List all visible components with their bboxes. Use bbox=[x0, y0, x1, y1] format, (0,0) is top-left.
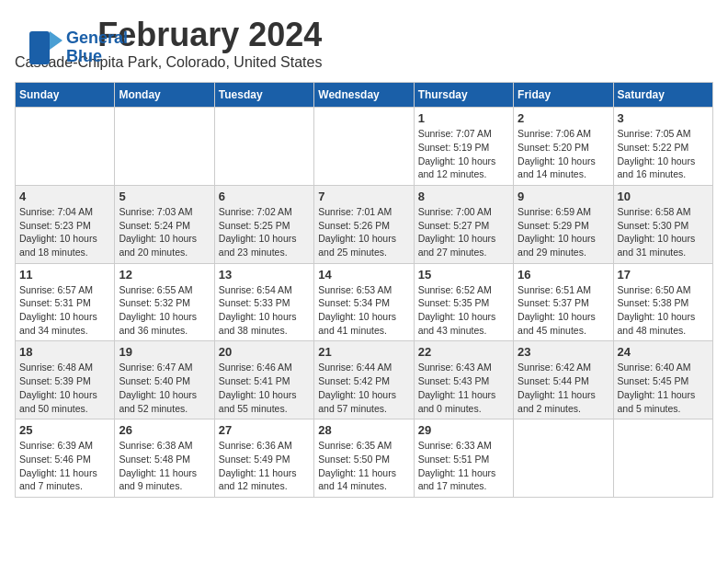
day-number: 17 bbox=[618, 268, 709, 282]
calendar-cell: 13Sunrise: 6:54 AMSunset: 5:33 PMDayligh… bbox=[214, 263, 313, 341]
day-detail: Sunrise: 6:57 AMSunset: 5:31 PMDaylight:… bbox=[19, 283, 110, 338]
calendar-week-row: 25Sunrise: 6:39 AMSunset: 5:46 PMDayligh… bbox=[16, 419, 713, 498]
weekday-header: Sunday bbox=[16, 83, 115, 108]
weekday-header: Friday bbox=[514, 83, 613, 108]
day-number: 13 bbox=[219, 268, 310, 282]
weekday-header-row: SundayMondayTuesdayWednesdayThursdayFrid… bbox=[16, 83, 713, 108]
calendar-cell: 19Sunrise: 6:47 AMSunset: 5:40 PMDayligh… bbox=[115, 341, 214, 419]
calendar-cell: 12Sunrise: 6:55 AMSunset: 5:32 PMDayligh… bbox=[115, 263, 214, 341]
day-detail: Sunrise: 6:51 AMSunset: 5:37 PMDaylight:… bbox=[518, 283, 609, 338]
day-detail: Sunrise: 7:04 AMSunset: 5:23 PMDaylight:… bbox=[19, 205, 110, 259]
day-detail: Sunrise: 7:03 AMSunset: 5:24 PMDaylight:… bbox=[119, 205, 210, 259]
calendar-cell: 3Sunrise: 7:05 AMSunset: 5:22 PMDaylight… bbox=[613, 108, 712, 186]
day-detail: Sunrise: 6:46 AMSunset: 5:41 PMDaylight:… bbox=[219, 361, 310, 415]
calendar-cell bbox=[16, 108, 115, 186]
weekday-header: Tuesday bbox=[214, 83, 313, 108]
calendar-cell bbox=[613, 419, 712, 498]
day-detail: Sunrise: 6:48 AMSunset: 5:39 PMDaylight:… bbox=[19, 361, 110, 415]
calendar-cell: 26Sunrise: 6:38 AMSunset: 5:48 PMDayligh… bbox=[115, 419, 214, 498]
day-detail: Sunrise: 7:07 AMSunset: 5:19 PMDaylight:… bbox=[418, 127, 509, 181]
calendar-cell: 5Sunrise: 7:03 AMSunset: 5:24 PMDaylight… bbox=[115, 185, 214, 263]
day-number: 24 bbox=[618, 345, 709, 359]
calendar-cell bbox=[514, 419, 613, 498]
day-detail: Sunrise: 6:55 AMSunset: 5:32 PMDaylight:… bbox=[119, 283, 210, 338]
calendar-cell: 4Sunrise: 7:04 AMSunset: 5:23 PMDaylight… bbox=[16, 185, 115, 263]
day-detail: Sunrise: 7:06 AMSunset: 5:20 PMDaylight:… bbox=[518, 127, 609, 181]
day-detail: Sunrise: 6:38 AMSunset: 5:48 PMDaylight:… bbox=[119, 439, 210, 493]
calendar-cell: 27Sunrise: 6:36 AMSunset: 5:49 PMDayligh… bbox=[214, 419, 313, 498]
day-number: 23 bbox=[518, 345, 609, 359]
day-detail: Sunrise: 6:47 AMSunset: 5:40 PMDaylight:… bbox=[119, 361, 210, 415]
calendar-cell bbox=[115, 108, 214, 186]
day-detail: Sunrise: 7:01 AMSunset: 5:26 PMDaylight:… bbox=[318, 205, 409, 259]
day-number: 26 bbox=[119, 423, 210, 437]
day-number: 7 bbox=[318, 190, 409, 203]
logo-line2: Blue bbox=[66, 48, 128, 66]
day-number: 29 bbox=[418, 423, 509, 437]
day-detail: Sunrise: 6:53 AMSunset: 5:34 PMDaylight:… bbox=[318, 283, 409, 338]
calendar-cell: 1Sunrise: 7:07 AMSunset: 5:19 PMDaylight… bbox=[414, 108, 513, 186]
calendar-cell: 8Sunrise: 7:00 AMSunset: 5:27 PMDaylight… bbox=[414, 185, 513, 263]
day-number: 9 bbox=[518, 190, 609, 203]
day-detail: Sunrise: 6:40 AMSunset: 5:45 PMDaylight:… bbox=[618, 361, 709, 415]
day-detail: Sunrise: 6:44 AMSunset: 5:42 PMDaylight:… bbox=[318, 361, 409, 415]
day-number: 16 bbox=[518, 268, 609, 282]
calendar-cell: 10Sunrise: 6:58 AMSunset: 5:30 PMDayligh… bbox=[613, 185, 712, 263]
weekday-header: Thursday bbox=[414, 83, 513, 108]
weekday-header: Monday bbox=[115, 83, 214, 108]
day-detail: Sunrise: 6:43 AMSunset: 5:43 PMDaylight:… bbox=[418, 361, 509, 415]
calendar-cell: 16Sunrise: 6:51 AMSunset: 5:37 PMDayligh… bbox=[514, 263, 613, 341]
day-number: 12 bbox=[119, 268, 210, 282]
day-detail: Sunrise: 6:39 AMSunset: 5:46 PMDaylight:… bbox=[19, 439, 110, 493]
calendar-cell: 29Sunrise: 6:33 AMSunset: 5:51 PMDayligh… bbox=[414, 419, 513, 498]
day-detail: Sunrise: 6:50 AMSunset: 5:38 PMDaylight:… bbox=[618, 283, 709, 338]
day-detail: Sunrise: 7:02 AMSunset: 5:25 PMDaylight:… bbox=[219, 205, 310, 259]
calendar-table: SundayMondayTuesdayWednesdayThursdayFrid… bbox=[15, 82, 713, 498]
calendar-cell: 11Sunrise: 6:57 AMSunset: 5:31 PMDayligh… bbox=[16, 263, 115, 341]
day-number: 3 bbox=[618, 111, 709, 125]
weekday-header: Saturday bbox=[613, 83, 712, 108]
day-number: 15 bbox=[418, 268, 509, 282]
calendar-cell: 17Sunrise: 6:50 AMSunset: 5:38 PMDayligh… bbox=[613, 263, 712, 341]
calendar-week-row: 11Sunrise: 6:57 AMSunset: 5:31 PMDayligh… bbox=[16, 263, 713, 341]
calendar-cell: 22Sunrise: 6:43 AMSunset: 5:43 PMDayligh… bbox=[414, 341, 513, 419]
day-detail: Sunrise: 6:35 AMSunset: 5:50 PMDaylight:… bbox=[318, 439, 409, 493]
day-number: 2 bbox=[518, 111, 609, 125]
day-number: 6 bbox=[219, 190, 310, 203]
day-number: 4 bbox=[19, 190, 110, 203]
calendar-week-row: 18Sunrise: 6:48 AMSunset: 5:39 PMDayligh… bbox=[16, 341, 713, 419]
calendar-cell: 24Sunrise: 6:40 AMSunset: 5:45 PMDayligh… bbox=[613, 341, 712, 419]
day-number: 10 bbox=[618, 190, 709, 203]
calendar-cell: 7Sunrise: 7:01 AMSunset: 5:26 PMDaylight… bbox=[314, 185, 414, 263]
day-number: 18 bbox=[19, 345, 110, 359]
svg-rect-0 bbox=[29, 31, 50, 64]
calendar-cell: 20Sunrise: 6:46 AMSunset: 5:41 PMDayligh… bbox=[214, 341, 313, 419]
calendar-cell bbox=[314, 108, 414, 186]
day-number: 21 bbox=[318, 345, 409, 359]
day-detail: Sunrise: 6:52 AMSunset: 5:35 PMDaylight:… bbox=[418, 283, 509, 338]
calendar-cell: 6Sunrise: 7:02 AMSunset: 5:25 PMDaylight… bbox=[214, 185, 313, 263]
day-number: 19 bbox=[119, 345, 210, 359]
day-number: 1 bbox=[418, 111, 509, 125]
logo-icon bbox=[29, 31, 63, 64]
day-detail: Sunrise: 6:33 AMSunset: 5:51 PMDaylight:… bbox=[418, 439, 509, 493]
calendar-cell: 14Sunrise: 6:53 AMSunset: 5:34 PMDayligh… bbox=[314, 263, 414, 341]
day-number: 22 bbox=[418, 345, 509, 359]
day-detail: Sunrise: 6:54 AMSunset: 5:33 PMDaylight:… bbox=[219, 283, 310, 338]
day-number: 11 bbox=[19, 268, 110, 282]
logo: General Blue bbox=[29, 29, 128, 66]
day-detail: Sunrise: 6:36 AMSunset: 5:49 PMDaylight:… bbox=[219, 439, 310, 493]
calendar-week-row: 1Sunrise: 7:07 AMSunset: 5:19 PMDaylight… bbox=[16, 108, 713, 186]
logo-line1: General bbox=[66, 29, 128, 48]
day-number: 14 bbox=[318, 268, 409, 282]
calendar-cell: 18Sunrise: 6:48 AMSunset: 5:39 PMDayligh… bbox=[16, 341, 115, 419]
day-number: 28 bbox=[318, 423, 409, 437]
calendar-cell bbox=[214, 108, 313, 186]
calendar-cell: 2Sunrise: 7:06 AMSunset: 5:20 PMDaylight… bbox=[514, 108, 613, 186]
svg-marker-1 bbox=[50, 31, 63, 50]
calendar-cell: 21Sunrise: 6:44 AMSunset: 5:42 PMDayligh… bbox=[314, 341, 414, 419]
calendar-cell: 9Sunrise: 6:59 AMSunset: 5:29 PMDaylight… bbox=[514, 185, 613, 263]
calendar-cell: 25Sunrise: 6:39 AMSunset: 5:46 PMDayligh… bbox=[16, 419, 115, 498]
day-number: 25 bbox=[19, 423, 110, 437]
day-detail: Sunrise: 6:42 AMSunset: 5:44 PMDaylight:… bbox=[518, 361, 609, 415]
